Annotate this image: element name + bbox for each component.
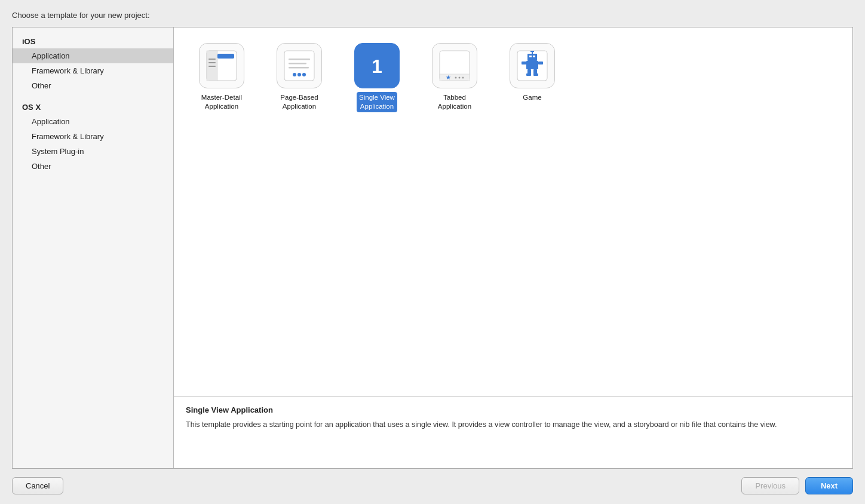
template-icon-page-based: [277, 43, 322, 88]
template-name-single-view: Single ViewApplication: [357, 92, 397, 112]
next-button[interactable]: Next: [805, 477, 853, 494]
svg-text:★: ★: [446, 74, 451, 81]
svg-rect-4: [208, 62, 216, 63]
previous-button[interactable]: Previous: [741, 477, 799, 494]
svg-rect-22: [527, 54, 537, 61]
sidebar-item-ios-application[interactable]: Application: [13, 48, 173, 63]
template-grid: Master-DetailApplication: [174, 27, 852, 397]
svg-point-18: [455, 77, 457, 79]
svg-rect-30: [527, 69, 531, 74]
svg-rect-23: [529, 56, 532, 57]
description-text: This template provides a starting point …: [186, 419, 841, 431]
svg-rect-12: [289, 67, 309, 69]
svg-point-8: [297, 73, 301, 76]
template-name-tabbed: TabbedApplication: [435, 92, 474, 112]
sidebar-section-ios: iOS: [13, 32, 173, 48]
sidebar-item-osx-plugin[interactable]: System Plug-in: [13, 144, 173, 159]
template-name-master-detail: Master-DetailApplication: [199, 92, 244, 112]
svg-rect-24: [533, 56, 535, 57]
svg-rect-25: [532, 52, 533, 54]
template-icon-single-view: 1: [354, 43, 400, 88]
svg-rect-16: [440, 74, 470, 81]
svg-point-9: [302, 73, 306, 76]
svg-rect-33: [533, 73, 538, 76]
svg-rect-5: [208, 66, 216, 67]
template-icon-master-detail: [199, 43, 244, 88]
svg-point-20: [462, 77, 464, 79]
template-icon-tabbed: ★: [432, 43, 477, 88]
sidebar: iOS Application Framework & Library Othe…: [13, 27, 174, 468]
svg-rect-10: [289, 59, 310, 60]
template-master-detail[interactable]: Master-DetailApplication: [186, 39, 257, 116]
svg-text:1: 1: [372, 56, 382, 77]
template-page-based[interactable]: Page-BasedApplication: [263, 39, 335, 116]
template-tabbed[interactable]: ★ TabbedApplication: [419, 39, 490, 116]
sidebar-item-osx-framework[interactable]: Framework & Library: [13, 129, 173, 144]
sidebar-item-ios-other[interactable]: Other: [13, 78, 173, 93]
svg-rect-27: [526, 61, 538, 69]
svg-rect-32: [526, 73, 531, 76]
svg-rect-11: [289, 63, 306, 64]
sidebar-item-ios-framework[interactable]: Framework & Library: [13, 63, 173, 78]
template-single-view[interactable]: 1 Single ViewApplication: [341, 39, 413, 116]
description-title: Single View Application: [186, 405, 841, 414]
bottom-bar: Cancel Previous Next: [12, 477, 853, 494]
sidebar-item-osx-application[interactable]: Application: [13, 114, 173, 129]
template-name-game: Game: [520, 92, 544, 103]
nav-buttons: Previous Next: [741, 477, 853, 494]
template-name-page-based: Page-BasedApplication: [278, 92, 320, 112]
svg-point-19: [459, 77, 461, 79]
svg-rect-26: [530, 51, 534, 52]
dialog-title: Choose a template for your new project:: [12, 11, 853, 20]
svg-point-7: [293, 73, 296, 76]
template-game[interactable]: Game: [496, 39, 568, 116]
content-area: Master-DetailApplication: [174, 27, 852, 468]
main-panel: iOS Application Framework & Library Othe…: [12, 27, 853, 469]
sidebar-section-osx: OS X: [13, 98, 173, 114]
cancel-button[interactable]: Cancel: [12, 477, 63, 494]
svg-rect-29: [538, 62, 543, 64]
svg-rect-28: [522, 62, 526, 64]
svg-rect-31: [533, 69, 537, 74]
sidebar-item-osx-other[interactable]: Other: [13, 159, 173, 174]
description-panel: Single View Application This template pr…: [174, 397, 852, 468]
template-icon-game: [510, 43, 555, 88]
svg-rect-2: [217, 54, 234, 59]
svg-rect-3: [208, 59, 216, 60]
